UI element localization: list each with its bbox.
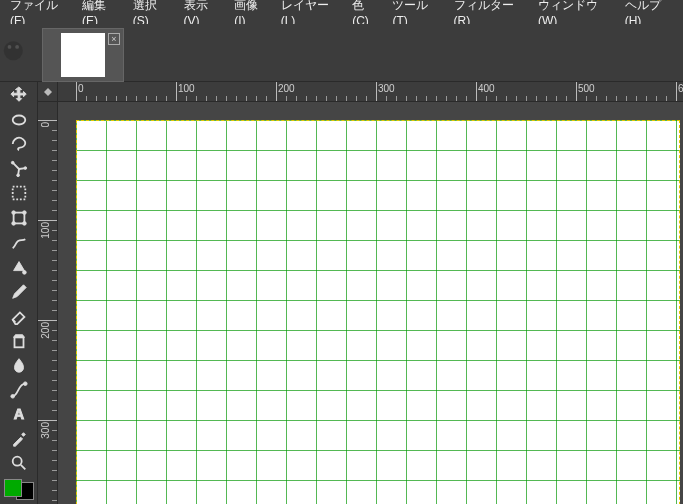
svg-point-0	[4, 41, 23, 60]
svg-point-4	[11, 161, 14, 164]
svg-point-9	[11, 211, 15, 215]
tool-move[interactable]	[6, 86, 32, 105]
canvas[interactable]	[76, 120, 680, 504]
app-logo-icon	[0, 26, 38, 64]
image-viewport: 0100200300400500600 0100200300	[38, 82, 683, 504]
tool-warp[interactable]	[6, 233, 32, 252]
tool-pencil[interactable]	[6, 282, 32, 301]
vruler-label: 300	[40, 422, 51, 439]
ruler-origin-toggle[interactable]	[38, 82, 58, 102]
tool-select-free[interactable]	[6, 135, 32, 154]
canvas-scroll-area[interactable]	[58, 102, 683, 504]
image-tabstrip: ×	[0, 24, 683, 82]
tool-text[interactable]: A	[6, 405, 32, 424]
tool-bucket[interactable]	[6, 258, 32, 277]
vruler-label: 0	[40, 122, 51, 128]
svg-point-5	[23, 167, 26, 170]
vertical-ruler[interactable]: 0100200300	[38, 102, 58, 504]
fg-bg-color-swatch[interactable]	[4, 479, 34, 500]
svg-rect-7	[12, 187, 25, 200]
vruler-label: 200	[40, 322, 51, 339]
svg-point-3	[12, 115, 25, 124]
tool-eraser[interactable]	[6, 307, 32, 326]
image-tab-active[interactable]: ×	[42, 28, 124, 82]
tab-thumbnail	[61, 33, 105, 77]
workarea: A 0100200300400500600 0100200300	[0, 82, 683, 504]
vruler-label: 100	[40, 222, 51, 239]
tool-zoom[interactable]	[6, 454, 32, 473]
svg-point-11	[11, 222, 15, 226]
hruler-label: 200	[278, 83, 295, 94]
svg-point-18	[12, 457, 21, 466]
svg-point-6	[16, 174, 19, 177]
hruler-label: 0	[78, 83, 84, 94]
menubar: ファイル(F) 編集(E) 選択(S) 表示(V) 画像(I) レイヤー(L) …	[0, 0, 683, 24]
svg-point-10	[22, 211, 26, 215]
svg-point-15	[10, 394, 14, 398]
hruler-label: 100	[178, 83, 195, 94]
hruler-label: 400	[478, 83, 495, 94]
svg-rect-14	[14, 337, 23, 347]
tab-close-icon[interactable]: ×	[108, 33, 120, 45]
tool-crop[interactable]	[6, 184, 32, 203]
svg-rect-8	[13, 213, 24, 224]
tool-clone[interactable]	[6, 331, 32, 350]
fg-color-swatch[interactable]	[4, 479, 22, 497]
svg-point-2	[15, 45, 19, 49]
tool-transform[interactable]	[6, 209, 32, 228]
svg-point-1	[8, 45, 12, 49]
svg-point-13	[22, 271, 26, 275]
hruler-label: 500	[578, 83, 595, 94]
tool-select-rect[interactable]	[6, 111, 32, 130]
svg-point-16	[23, 382, 27, 386]
tool-smudge[interactable]	[6, 356, 32, 375]
tool-select-fuzzy[interactable]	[6, 160, 32, 179]
hruler-label: 600	[678, 83, 683, 94]
horizontal-ruler[interactable]: 0100200300400500600	[58, 82, 683, 102]
toolbox: A	[0, 82, 38, 504]
svg-text:A: A	[13, 407, 24, 423]
hruler-label: 300	[378, 83, 395, 94]
tool-paths[interactable]	[6, 380, 32, 399]
tool-color-picker[interactable]	[6, 429, 32, 448]
svg-point-12	[22, 222, 26, 226]
